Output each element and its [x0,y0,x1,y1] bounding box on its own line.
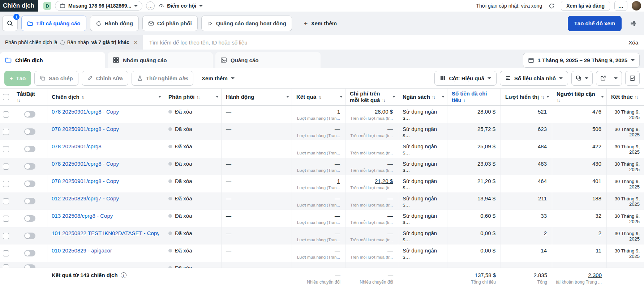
campaign-toggle[interactable] [24,198,35,204]
edit-button[interactable]: Chỉnh sửa [82,71,128,86]
campaign-toggle[interactable] [24,163,35,170]
view-settings-button[interactable] [627,16,640,31]
search-button[interactable]: 1 [2,16,18,31]
campaign-toggle[interactable] [24,128,35,135]
select-all-checkbox[interactable] [3,94,9,100]
ab-test-button[interactable]: Thử nghiệm A/B [132,71,193,86]
sort-icon[interactable]: ↑↓ [81,95,84,100]
info-icon[interactable]: i [121,272,126,278]
filter-had-delivery-button[interactable]: Có phân phối [142,16,198,31]
column-filter-caret-icon[interactable] [601,96,604,98]
column-header-name[interactable]: Chiến dịch↑↓ [47,89,164,105]
result-value[interactable]: 1 [337,178,340,184]
column-filter-caret-icon[interactable] [546,96,549,98]
column-filter-caret-icon[interactable] [442,96,445,98]
row-checkbox[interactable] [3,198,9,204]
filter-chip[interactable]: Phân phối chiến dịch là Bản nháp và 7 gi… [0,35,143,50]
sort-icon[interactable]: ↑↓ [541,95,544,100]
campaign-toggle[interactable] [24,250,35,256]
row-checkbox[interactable] [3,250,9,256]
sort-icon[interactable]: ↑↓ [432,95,435,100]
avatar[interactable] [632,1,641,10]
sort-icon[interactable]: ↑↓ [382,98,385,103]
create-campaign-button[interactable]: +Tạo [4,71,31,86]
breakdown-button[interactable]: Số liệu chia nhỏ [500,71,568,86]
cost-value[interactable]: 28,00 $ [375,109,393,115]
row-checkbox[interactable] [3,129,9,135]
cost-cell: —Trên mỗi lượt mua (tr... [345,158,398,175]
export-button[interactable] [596,71,610,86]
result-value[interactable]: 1 [337,109,340,115]
row-checkbox[interactable] [3,233,9,239]
column-header-spent[interactable]: Số tiền đã chi tiêu↓ [447,89,501,105]
column-filter-caret-icon[interactable] [158,96,161,98]
campaign-toggle[interactable] [24,146,35,152]
campaign-toggle[interactable] [24,264,35,268]
column-header-result[interactable]: Kết quả↑↓ [292,89,345,105]
clear-filters-button[interactable]: Xóa [623,35,644,50]
date-range-picker[interactable]: 1 Tháng 9, 2025 – 29 Tháng 9, 2025 [523,53,640,68]
row-checkbox[interactable] [3,264,9,268]
column-header-budget[interactable]: Ngân sách↑↓ [398,89,447,105]
campaign-name-link[interactable]: 012 20250829/cprg7 - Copy [52,195,159,201]
duplicate-button[interactable]: Sao chép [34,71,78,86]
campaign-toggle[interactable] [24,111,35,118]
sort-icon[interactable]: ↑↓ [17,98,35,103]
campaign-name-link[interactable]: 078 20250901/cprg8 [52,143,159,149]
column-header-toggle[interactable]: Tắt/Bật↑↓ [12,89,47,105]
opportunity-score-button[interactable]: Điểm cơ hội [158,3,203,9]
draft-items-indicator[interactable]: … [146,1,155,10]
column-filter-caret-icon[interactable] [286,96,289,98]
review-publish-button[interactable]: Xem lại và đăng [561,1,610,11]
row-checkbox[interactable] [3,146,9,152]
campaign-name-link[interactable]: 078 20250901/cprg8 - Copy [52,126,159,132]
summary-reach-value[interactable]: 2.300 [588,272,602,278]
reports-button[interactable] [571,71,593,86]
column-header-action[interactable]: Hành động [222,89,292,105]
sort-icon[interactable]: ↓ [463,98,466,103]
column-filter-caret-icon[interactable] [216,96,219,98]
campaign-name-link[interactable]: 101 20250822 TEST IKN02DATASET - Copy 4 [52,230,159,236]
campaign-name-link[interactable]: 013 202508/cprg8 - Copy [52,213,159,219]
tab-ads[interactable]: Quảng cáo [215,52,321,68]
filter-active-ads-button[interactable]: Quảng cáo đang hoạt động [201,16,292,31]
tab-campaigns[interactable]: Chiến dịch [0,52,105,68]
account-selector[interactable]: Musang 178 96 (4182869... [55,1,142,11]
column-filter-caret-icon[interactable] [392,96,395,98]
sort-icon[interactable]: ↑↓ [635,95,637,100]
campaign-toggle[interactable] [24,233,35,239]
campaign-name-link[interactable]: 010 20250829 - apigacor [52,247,159,254]
column-header-reach[interactable]: Người tiếp cận↑↓ [552,89,607,105]
charts-button[interactable] [625,71,640,86]
campaign-name-link[interactable]: 078 20250901/cprg8 - Copy [52,178,159,184]
columns-button[interactable]: Cột: Hiệu quả [434,71,497,86]
row-checkbox[interactable] [3,111,9,118]
column-header-cost[interactable]: Chi phí trên mỗi kết quả↑↓ [345,89,398,105]
filter-search-input[interactable] [143,35,623,50]
filter-all-ads-button[interactable]: Tất cả quảng cáo [21,16,86,31]
column-filter-caret-icon[interactable] [340,96,343,98]
create-view-button[interactable]: Tạo chế độ xem [568,16,622,31]
campaign-toggle[interactable] [24,180,35,187]
cost-value[interactable]: 21,20 $ [375,178,393,184]
row-checkbox[interactable] [3,163,9,170]
sort-icon[interactable]: ↑↓ [197,95,199,100]
refresh-button[interactable] [546,1,557,11]
more-actions-button[interactable]: Xem thêm [197,71,240,86]
sort-icon[interactable]: ↑↓ [318,95,321,100]
remove-filter-icon[interactable]: × [134,39,138,46]
see-more-filters-button[interactable]: + Xem thêm [299,16,342,31]
tab-ad-sets[interactable]: Nhóm quảng cáo [108,52,213,68]
column-header-delivery[interactable]: Phân phối↑↓ [164,89,222,105]
campaign-name-link[interactable]: 078 20250901/cprg8 - Copy [52,109,159,115]
column-header-impressions[interactable]: Lượt hiển thị↑↓ [501,89,552,105]
sort-icon[interactable]: ↑↓ [557,98,595,103]
more-options-button[interactable]: … [614,1,627,11]
row-checkbox[interactable] [3,181,9,187]
filter-action-button[interactable]: Hành động [90,16,139,31]
export-options-button[interactable] [610,71,622,86]
campaign-name-link[interactable]: 078 20250901/cprg8 - Copy [52,161,159,167]
column-header-end[interactable]: Kết thúc↑↓ [607,89,644,105]
campaign-toggle[interactable] [24,215,35,222]
row-checkbox[interactable] [3,216,9,222]
